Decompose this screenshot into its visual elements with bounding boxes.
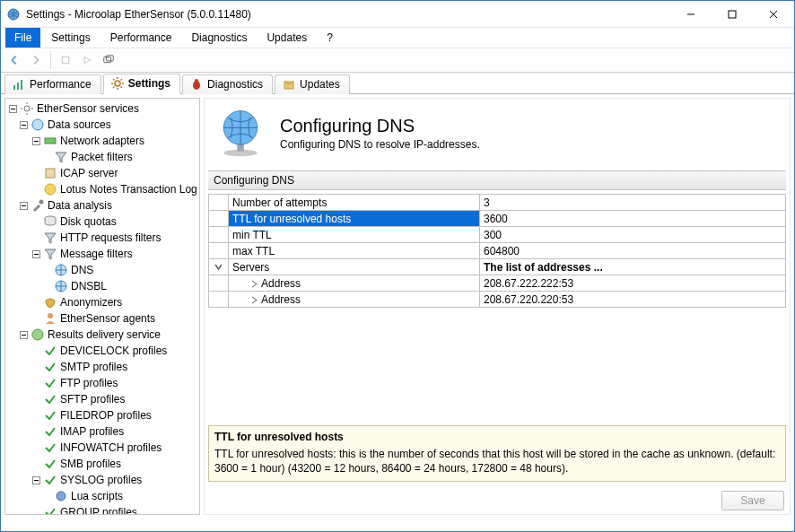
tree-data-sources[interactable]: Data sources: [5, 117, 199, 133]
chevron-right-icon[interactable]: [250, 296, 261, 304]
menu-performance[interactable]: Performance: [101, 28, 181, 48]
svg-rect-9: [17, 83, 19, 90]
grid-row-servers[interactable]: Servers The list of addresses ...: [209, 259, 785, 275]
help-panel: TTL for unresolved hosts TTL for unresol…: [208, 425, 786, 482]
svg-rect-5: [62, 57, 69, 64]
tree-infowatch[interactable]: INFOWATCH profiles: [5, 440, 199, 456]
forward-button[interactable]: [26, 50, 46, 70]
tree-pane[interactable]: EtherSensor services Data sources Networ…: [4, 98, 200, 515]
maximize-button[interactable]: [712, 1, 753, 27]
prop-value[interactable]: 3600: [480, 211, 785, 226]
tree-imap[interactable]: IMAP profiles: [5, 423, 199, 440]
menu-diagnostics[interactable]: Diagnostics: [182, 28, 256, 48]
svg-rect-7: [106, 56, 113, 61]
collapse-icon[interactable]: [18, 329, 29, 340]
expand-icon[interactable]: [209, 259, 229, 275]
stop-button[interactable]: [56, 50, 75, 70]
menu-file[interactable]: File: [5, 28, 40, 48]
window-title: Settings - Microolap EtherSensor (5.0.0.…: [26, 8, 251, 21]
tree-packet-filters[interactable]: Packet filters: [5, 149, 199, 165]
row-gutter: [209, 195, 229, 210]
tree-ethersensor-services[interactable]: EtherSensor services: [5, 100, 199, 117]
tree-results[interactable]: Results delivery service: [5, 327, 199, 343]
svg-rect-35: [45, 138, 56, 144]
svg-point-21: [195, 79, 198, 83]
tree-sftp[interactable]: SFTP profiles: [5, 391, 199, 407]
prop-value[interactable]: 300: [480, 227, 785, 242]
svg-point-37: [45, 184, 56, 195]
svg-rect-36: [46, 169, 55, 178]
save-button[interactable]: Save: [721, 491, 784, 510]
adapter-icon: [43, 134, 57, 148]
menu-help[interactable]: ?: [318, 28, 342, 48]
agent-icon: [43, 311, 57, 326]
tree-ftp[interactable]: FTP profiles: [5, 375, 199, 391]
play-button[interactable]: [77, 50, 97, 70]
tree-filedrop[interactable]: FILEDROP profiles: [5, 407, 199, 423]
collapse-icon[interactable]: [18, 119, 29, 130]
tree-dnsbl[interactable]: DNSBL: [5, 278, 199, 294]
filter-icon: [43, 231, 57, 245]
help-body: TTL for unresolved hosts: this is the nu…: [214, 448, 775, 475]
tab-label: Performance: [30, 78, 92, 91]
tree-http-filters[interactable]: HTTP requests filters: [5, 230, 199, 246]
tab-diagnostics[interactable]: Diagnostics: [182, 74, 273, 94]
page-subtitle: Configuring DNS to resolve IP-addresses.: [280, 138, 480, 151]
grid-row-address-1[interactable]: Address 208.67.222.222:53: [209, 275, 785, 292]
tree-smb[interactable]: SMB profiles: [5, 456, 199, 472]
tree-anonymizers[interactable]: Anonymizers: [5, 294, 199, 310]
svg-point-11: [115, 81, 120, 86]
restart-button[interactable]: [99, 50, 118, 70]
tree-agents[interactable]: EtherSensor agents: [5, 310, 199, 327]
collapse-icon[interactable]: [31, 249, 41, 259]
prop-value[interactable]: 604800: [480, 243, 785, 258]
property-grid: Number of attempts 3 TTL for unresolved …: [208, 194, 786, 308]
menu-settings[interactable]: Settings: [42, 28, 99, 48]
minimize-button[interactable]: [670, 1, 712, 27]
delivery-icon: [31, 327, 45, 342]
grid-row-attempts[interactable]: Number of attempts 3: [209, 195, 785, 211]
grid-row-address-2[interactable]: Address 208.67.220.220:53: [209, 292, 785, 308]
tab-label: Diagnostics: [207, 78, 263, 91]
tab-performance[interactable]: Performance: [4, 74, 101, 94]
tree-disk-quotas[interactable]: Disk quotas: [5, 214, 199, 230]
svg-point-32: [32, 119, 43, 130]
tab-updates[interactable]: Updates: [275, 74, 350, 94]
row-gutter: [209, 275, 229, 291]
tree-devicelock[interactable]: DEVICELOCK profiles: [5, 343, 199, 359]
tree-data-analysis[interactable]: Data analysis: [5, 197, 199, 214]
collapse-icon[interactable]: [18, 200, 29, 211]
tree-lua[interactable]: Lua scripts: [5, 488, 199, 504]
profile-icon: [43, 505, 57, 515]
collapse-icon[interactable]: [31, 135, 41, 146]
prop-value[interactable]: 208.67.220.220:53: [480, 292, 785, 307]
mask-icon: [43, 295, 57, 310]
disk-icon: [43, 214, 57, 229]
grid-row-ttl-unresolved[interactable]: TTL for unresolved hosts 3600: [209, 211, 785, 227]
chevron-right-icon[interactable]: [250, 280, 261, 288]
tree-lotus[interactable]: Lotus Notes Transaction Log: [5, 181, 199, 197]
grid-row-min-ttl[interactable]: min TTL 300: [209, 227, 785, 243]
app-window: Settings - Microolap EtherSensor (5.0.0.…: [0, 0, 795, 532]
prop-value[interactable]: 208.67.222.222:53: [480, 275, 785, 291]
prop-name: min TTL: [229, 227, 480, 242]
tree-network-adapters[interactable]: Network adapters: [5, 133, 199, 149]
menu-updates[interactable]: Updates: [258, 28, 316, 48]
svg-rect-6: [104, 57, 111, 63]
tree-message-filters[interactable]: Message filters: [5, 246, 199, 262]
tree-dns[interactable]: DNS: [5, 262, 199, 278]
tab-settings[interactable]: Settings: [103, 74, 180, 94]
collapse-icon[interactable]: [31, 475, 41, 485]
prop-value[interactable]: The list of addresses ...: [480, 259, 785, 275]
collapse-icon[interactable]: [7, 103, 18, 114]
back-button[interactable]: [4, 50, 24, 70]
tree-smtp[interactable]: SMTP profiles: [5, 359, 199, 375]
filter-icon: [43, 247, 57, 261]
tree-icap-server[interactable]: ICAP server: [5, 165, 199, 181]
close-button[interactable]: [753, 1, 794, 27]
tree-syslog[interactable]: SYSLOG profiles: [5, 472, 199, 488]
tree-group[interactable]: GROUP profiles: [5, 504, 199, 515]
prop-value[interactable]: 3: [480, 195, 785, 210]
content-pane: Configuring DNS Configuring DNS to resol…: [204, 98, 791, 515]
grid-row-max-ttl[interactable]: max TTL 604800: [209, 243, 785, 259]
